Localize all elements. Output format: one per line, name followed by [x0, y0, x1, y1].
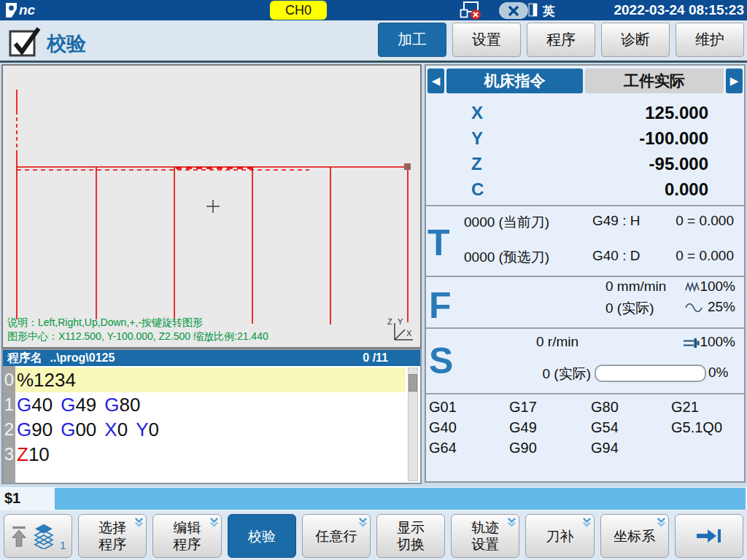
axis-y-label: Y — [398, 317, 403, 326]
softkey-label: 刀补 — [546, 528, 574, 545]
tab-workpiece-actual[interactable]: 工件实际 — [585, 69, 724, 93]
tool-offset-value: 0 = 0.000 — [676, 248, 734, 264]
tab-machining[interactable]: 加工 — [378, 23, 446, 57]
gcode-cell: G64 — [429, 438, 509, 458]
network-error-icon — [460, 1, 483, 20]
feed-command-value: 0 mm/min — [605, 279, 666, 295]
channel-badge: CH0 — [270, 1, 327, 20]
tool-number: 0000 (预选刀) — [464, 248, 549, 267]
rapid-override-icon — [684, 281, 702, 292]
spindle-row: 0 r/min 100% — [426, 334, 744, 354]
axis-value: -100.000 — [639, 128, 708, 149]
coord-tab-right-arrow[interactable]: ▶ — [726, 69, 743, 93]
program-line[interactable]: %1234 — [15, 368, 406, 392]
axis-label: Z — [471, 154, 482, 174]
gcode-cell — [671, 438, 743, 458]
rapid-override-percent: 100% — [700, 279, 735, 295]
gcode-cell: G21 — [671, 397, 743, 417]
softkey-label: 程序 — [174, 536, 201, 553]
tool-offset-value: 0 = 0.000 — [676, 213, 734, 229]
coordinate-tab-bar: ◀ 机床指令工件实际 ▶ — [427, 69, 743, 93]
program-line[interactable]: G40G49G80 — [15, 392, 406, 417]
word-value: 10 — [28, 443, 50, 465]
tab-machine-command[interactable]: 机床指令 — [446, 69, 583, 93]
gcode-word: G90 — [17, 419, 53, 441]
program-body: 0123 %1234G40G49G80G90G00X0Y0Z10 — [3, 366, 420, 483]
softkey-label: 设置 — [471, 536, 499, 553]
softkey-track-settings[interactable]: 轨迹设置 — [451, 514, 519, 558]
word-value: 80 — [120, 394, 141, 416]
next-page-icon — [695, 527, 723, 545]
gcode-word: %1234 — [17, 369, 76, 392]
word-address: G — [17, 394, 31, 416]
gcode-cell: G40 — [429, 417, 509, 438]
word-address: G — [104, 394, 119, 416]
separator — [426, 393, 744, 394]
program-header: 程序名 ..\prog\0125 0 /11 — [3, 350, 420, 366]
softkey-label: 选择 — [98, 519, 126, 536]
gcode-cell: G01 — [429, 397, 509, 417]
status-panel: ◀ 机床指令工件实际 ▶ X125.000Y-100.000Z-95.000C0… — [425, 64, 746, 483]
layer-count: 1 — [60, 539, 66, 551]
program-line[interactable]: Z10 — [15, 442, 406, 467]
softkey-edit-program[interactable]: 编辑程序 — [152, 514, 221, 558]
axis-x-label: X — [406, 329, 412, 338]
tab-diagnosis[interactable]: 诊断 — [601, 23, 670, 57]
tool-row: 0000 (预选刀)G40 : D0 = 0.000 — [426, 248, 744, 270]
gcode-word: Y0 — [136, 419, 159, 441]
page-title: 校验 — [47, 31, 86, 57]
program-line-counter: 0 /11 — [363, 350, 388, 366]
softkey-label: 切换 — [397, 536, 425, 553]
program-scrollbar[interactable] — [408, 368, 418, 481]
softkey-display-switch[interactable]: 显示切换 — [376, 514, 445, 558]
program-lines: %1234G40G49G80G90G00X0Y0Z10 — [15, 368, 406, 467]
modal-gcode-grid: G01G17G80G21G40G49G54G5.1Q0G64G90G94 — [429, 397, 743, 458]
spindle-override-percent: 100% — [700, 334, 735, 350]
program-title-label: 程序名 — [7, 351, 42, 364]
line-number: 1 — [3, 392, 15, 417]
language-indicator: 英 — [543, 3, 555, 20]
softkey-next-page[interactable] — [675, 514, 743, 558]
spindle-actual-value: 0 (实际) — [514, 365, 591, 384]
word-address: G — [61, 394, 75, 416]
return-top-icon — [10, 524, 28, 548]
coord-tab-left-arrow[interactable]: ◀ — [427, 69, 444, 93]
softkey-label: 任意行 — [315, 528, 357, 545]
toolpath-plot: Z Y X — [3, 66, 420, 347]
separator — [426, 205, 744, 206]
chevron-double-down-icon — [507, 517, 516, 528]
tool-gcode-label: G49 : H — [592, 213, 640, 229]
axis-label: X — [471, 103, 483, 123]
tab-settings[interactable]: 设置 — [452, 23, 521, 57]
softkey-select-program[interactable]: 选择程序 — [78, 514, 147, 558]
word-value: 90 — [31, 419, 53, 440]
spindle-load-bar — [595, 365, 706, 382]
separator — [426, 276, 744, 277]
softkey-verify[interactable]: 校验 — [228, 514, 296, 558]
scrollbar-thumb[interactable] — [409, 374, 417, 392]
word-value: 40 — [31, 394, 53, 416]
spindle-row: 0 (实际) 0% — [426, 365, 744, 385]
softkey-coordinate-system[interactable]: 坐标系 — [600, 514, 669, 558]
tab-program[interactable]: 程序 — [527, 23, 595, 57]
axis-row-x: X125.000 — [426, 101, 744, 126]
gcode-word: X0 — [104, 419, 128, 441]
channel-prompt: $1 — [4, 490, 20, 507]
line-number: 3 — [3, 442, 15, 467]
graph-center-text: 图形中心：X112.500, Y-100.000, Z2.500 缩放比例:21… — [7, 330, 268, 343]
axis-value: 0.000 — [665, 179, 708, 200]
softkey-label: 轨迹 — [471, 519, 499, 536]
mdi-input-bar[interactable] — [55, 488, 746, 510]
softkey-toolbar: 1选择程序编辑程序校验任意行显示切换轨迹设置刀补坐标系 — [0, 510, 747, 560]
chevron-double-down-icon — [358, 517, 368, 528]
line-number: 0 — [3, 368, 15, 392]
program-line[interactable]: G90G00X0Y0 — [15, 417, 406, 442]
word-address: G — [17, 419, 31, 440]
softkey-tool-compensation[interactable]: 刀补 — [525, 514, 594, 558]
datetime-text: 2022-03-24 08:15:23 — [614, 2, 744, 18]
softkey-arbitrary-line[interactable]: 任意行 — [302, 514, 371, 558]
softkey-return-layers[interactable]: 1 — [4, 514, 72, 558]
axis-z-label: Z — [387, 317, 392, 326]
tab-maintenance[interactable]: 维护 — [676, 23, 744, 57]
separator — [426, 327, 744, 329]
